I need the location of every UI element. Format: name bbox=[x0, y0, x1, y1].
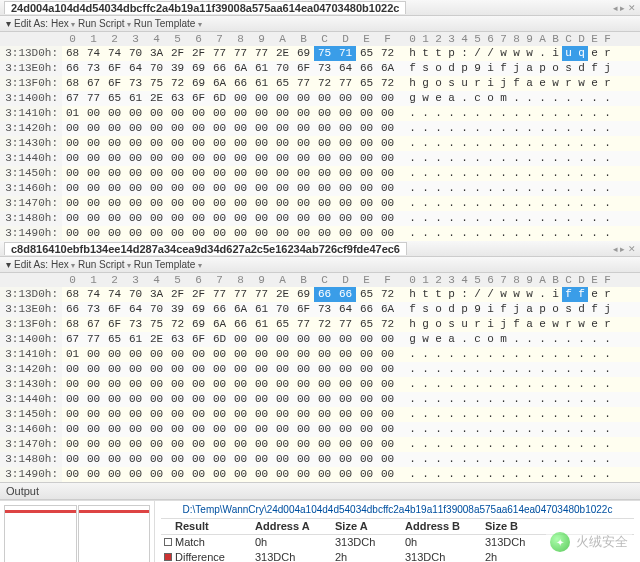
ascii-bytes[interactable]: ................ bbox=[398, 196, 640, 211]
ascii-bytes[interactable]: ................ bbox=[398, 392, 640, 407]
hex-row[interactable]: 3:1410h:01000000000000000000000000000000… bbox=[0, 347, 640, 362]
chevron-down-icon[interactable]: ▾ bbox=[6, 18, 11, 29]
ascii-bytes[interactable]: ................ bbox=[398, 422, 640, 437]
ascii-bytes[interactable]: ................ bbox=[398, 467, 640, 482]
hex-pane-a[interactable]: 3:13D0h:687474703A2F2F7777772E6975716572… bbox=[0, 46, 640, 241]
ascii-bytes[interactable]: gwea.com........ bbox=[398, 91, 640, 106]
hex-bytes[interactable]: 66736F64703969666A61706F7364666A bbox=[62, 302, 398, 317]
hex-row[interactable]: 3:1470h:00000000000000000000000000000000… bbox=[0, 196, 640, 211]
ascii-bytes[interactable]: gwea.com........ bbox=[398, 332, 640, 347]
ascii-bytes[interactable]: ................ bbox=[398, 226, 640, 241]
run-template-dropdown[interactable]: Run Template bbox=[134, 18, 202, 29]
hex-bytes[interactable]: 677765612E636F6D0000000000000000 bbox=[62, 91, 398, 106]
hex-row[interactable]: 3:1430h:00000000000000000000000000000000… bbox=[0, 377, 640, 392]
hex-bytes[interactable]: 00000000000000000000000000000000 bbox=[62, 121, 398, 136]
run-template-dropdown[interactable]: Run Template bbox=[134, 259, 202, 270]
hex-row[interactable]: 3:13F0h:68676F737572696A6661657772776572… bbox=[0, 317, 640, 332]
hex-pane-b[interactable]: 3:13D0h:687474703A2F2F7777772E6966666572… bbox=[0, 287, 640, 482]
hex-row[interactable]: 3:1450h:00000000000000000000000000000000… bbox=[0, 407, 640, 422]
edit-as-dropdown[interactable]: Hex bbox=[51, 18, 75, 29]
ascii-bytes[interactable]: ................ bbox=[398, 437, 640, 452]
hex-row[interactable]: 3:1410h:01000000000000000000000000000000… bbox=[0, 106, 640, 121]
ascii-bytes[interactable]: ................ bbox=[398, 452, 640, 467]
ascii-bytes[interactable]: ................ bbox=[398, 166, 640, 181]
hex-row[interactable]: 3:1480h:00000000000000000000000000000000… bbox=[0, 452, 640, 467]
hex-bytes[interactable]: 00000000000000000000000000000000 bbox=[62, 407, 398, 422]
hex-row[interactable]: 3:1440h:00000000000000000000000000000000… bbox=[0, 151, 640, 166]
tab-controls-a[interactable]: ◂ ▸ ✕ bbox=[613, 3, 636, 13]
hex-row[interactable]: 3:13F0h:68676F737572696A6661657772776572… bbox=[0, 76, 640, 91]
hex-bytes[interactable]: 00000000000000000000000000000000 bbox=[62, 151, 398, 166]
run-script-dropdown[interactable]: Run Script bbox=[78, 18, 131, 29]
ascii-bytes[interactable]: ................ bbox=[398, 181, 640, 196]
hex-row[interactable]: 3:1490h:00000000000000000000000000000000… bbox=[0, 226, 640, 241]
hex-row[interactable]: 3:1460h:00000000000000000000000000000000… bbox=[0, 181, 640, 196]
hex-row[interactable]: 3:13D0h:687474703A2F2F7777772E6975716572… bbox=[0, 46, 640, 61]
hex-row[interactable]: 3:1430h:00000000000000000000000000000000… bbox=[0, 136, 640, 151]
chevron-down-icon[interactable]: ▾ bbox=[6, 259, 11, 270]
hex-row[interactable]: 3:1400h:677765612E636F6D0000000000000000… bbox=[0, 91, 640, 106]
hex-bytes[interactable]: 00000000000000000000000000000000 bbox=[62, 211, 398, 226]
hex-bytes[interactable]: 677765612E636F6D0000000000000000 bbox=[62, 332, 398, 347]
col-addr-a[interactable]: Address A bbox=[255, 519, 335, 534]
hex-row[interactable]: 3:1420h:00000000000000000000000000000000… bbox=[0, 121, 640, 136]
run-script-dropdown[interactable]: Run Script bbox=[78, 259, 131, 270]
hex-row[interactable]: 3:1460h:00000000000000000000000000000000… bbox=[0, 422, 640, 437]
ascii-bytes[interactable]: ................ bbox=[398, 362, 640, 377]
ascii-bytes[interactable]: ................ bbox=[398, 136, 640, 151]
ascii-bytes[interactable]: ................ bbox=[398, 151, 640, 166]
hex-bytes[interactable]: 00000000000000000000000000000000 bbox=[62, 196, 398, 211]
col-result[interactable]: Result bbox=[175, 519, 255, 534]
output-tab[interactable]: Output bbox=[0, 482, 640, 500]
hex-bytes[interactable]: 00000000000000000000000000000000 bbox=[62, 452, 398, 467]
hex-row[interactable]: 3:1420h:00000000000000000000000000000000… bbox=[0, 362, 640, 377]
tab-file-a[interactable]: 24d004a104d4d54034dbcffc2a4b19a11f39008a… bbox=[4, 1, 406, 14]
hex-bytes[interactable]: 00000000000000000000000000000000 bbox=[62, 437, 398, 452]
hex-bytes[interactable]: 68676F737572696A6661657772776572 bbox=[62, 76, 398, 91]
ascii-bytes[interactable]: ................ bbox=[398, 347, 640, 362]
ascii-bytes[interactable]: hgosurijfaewrwer bbox=[398, 317, 640, 332]
hex-bytes[interactable]: 01000000000000000000000000000000 bbox=[62, 347, 398, 362]
hex-bytes[interactable]: 00000000000000000000000000000000 bbox=[62, 362, 398, 377]
hex-bytes[interactable]: 687474703A2F2F7777772E6966666572 bbox=[62, 287, 398, 302]
hex-bytes[interactable]: 66736F64703969666A61706F7364666A bbox=[62, 61, 398, 76]
hex-bytes[interactable]: 687474703A2F2F7777772E6975716572 bbox=[62, 46, 398, 61]
thumbnail-b[interactable] bbox=[78, 505, 151, 562]
tab-file-b[interactable]: c8d816410ebfb134ee14d287a34cea9d34d627a2… bbox=[4, 242, 407, 255]
ascii-bytes[interactable]: http://www.iuqer bbox=[398, 46, 640, 61]
hex-bytes[interactable]: 00000000000000000000000000000000 bbox=[62, 226, 398, 241]
hex-row[interactable]: 3:1480h:00000000000000000000000000000000… bbox=[0, 211, 640, 226]
hex-bytes[interactable]: 00000000000000000000000000000000 bbox=[62, 467, 398, 482]
hex-bytes[interactable]: 68676F737572696A6661657772776572 bbox=[62, 317, 398, 332]
thumbnail-a[interactable] bbox=[4, 505, 77, 562]
hex-bytes[interactable]: 01000000000000000000000000000000 bbox=[62, 106, 398, 121]
hex-row[interactable]: 3:1490h:00000000000000000000000000000000… bbox=[0, 467, 640, 482]
hex-row[interactable]: 3:1400h:677765612E636F6D0000000000000000… bbox=[0, 332, 640, 347]
ascii-bytes[interactable]: hgosurijfaewrwer bbox=[398, 76, 640, 91]
col-size-b[interactable]: Size B bbox=[485, 519, 555, 534]
ascii-bytes[interactable]: ................ bbox=[398, 377, 640, 392]
ascii-bytes[interactable]: ................ bbox=[398, 211, 640, 226]
hex-bytes[interactable]: 00000000000000000000000000000000 bbox=[62, 422, 398, 437]
hex-row[interactable]: 3:1450h:00000000000000000000000000000000… bbox=[0, 166, 640, 181]
ascii-bytes[interactable]: http://www.iffer bbox=[398, 287, 640, 302]
hex-row[interactable]: 3:13E0h:66736F64703969666A61706F7364666A… bbox=[0, 302, 640, 317]
ascii-bytes[interactable]: ................ bbox=[398, 106, 640, 121]
col-addr-b[interactable]: Address B bbox=[405, 519, 485, 534]
hex-bytes[interactable]: 00000000000000000000000000000000 bbox=[62, 377, 398, 392]
hex-bytes[interactable]: 00000000000000000000000000000000 bbox=[62, 166, 398, 181]
ascii-bytes[interactable]: ................ bbox=[398, 407, 640, 422]
hex-bytes[interactable]: 00000000000000000000000000000000 bbox=[62, 136, 398, 151]
tab-controls-b[interactable]: ◂ ▸ ✕ bbox=[613, 244, 636, 254]
hex-row[interactable]: 3:1470h:00000000000000000000000000000000… bbox=[0, 437, 640, 452]
hex-bytes[interactable]: 00000000000000000000000000000000 bbox=[62, 392, 398, 407]
hex-row[interactable]: 3:13D0h:687474703A2F2F7777772E6966666572… bbox=[0, 287, 640, 302]
ascii-bytes[interactable]: fsodp9ifjaposdfj bbox=[398, 61, 640, 76]
ascii-bytes[interactable]: fsodp9ifjaposdfj bbox=[398, 302, 640, 317]
edit-as-dropdown[interactable]: Hex bbox=[51, 259, 75, 270]
hex-row[interactable]: 3:13E0h:66736F64703969666A61706F7364666A… bbox=[0, 61, 640, 76]
hex-row[interactable]: 3:1440h:00000000000000000000000000000000… bbox=[0, 392, 640, 407]
hex-bytes[interactable]: 00000000000000000000000000000000 bbox=[62, 181, 398, 196]
ascii-bytes[interactable]: ................ bbox=[398, 121, 640, 136]
col-size-a[interactable]: Size A bbox=[335, 519, 405, 534]
